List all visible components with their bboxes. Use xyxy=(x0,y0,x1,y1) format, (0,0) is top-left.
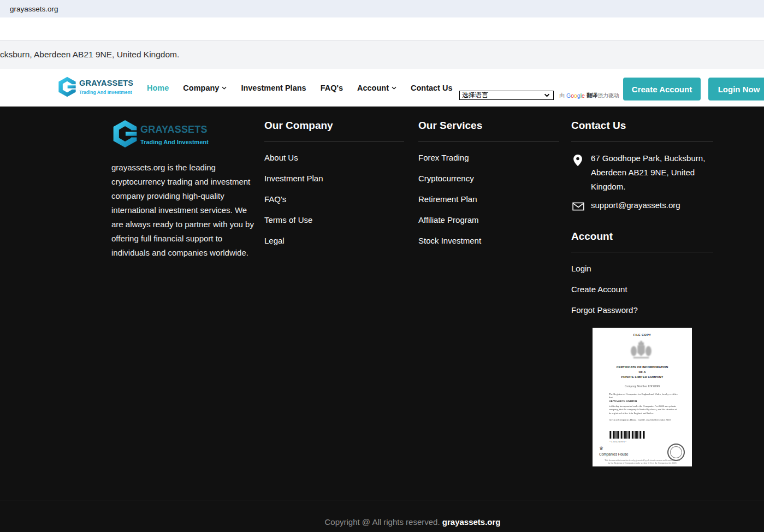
brand-name: GRAYASSETS xyxy=(79,79,133,87)
certificate-fine-print: This document information is only genera… xyxy=(593,459,692,464)
footer-link-legal[interactable]: Legal xyxy=(264,237,404,245)
domain-label: grayassets.org xyxy=(10,5,58,13)
footer-company-title: Our Company xyxy=(264,120,404,132)
google-translate-attribution: 由 Google 翻译强力驱动 xyxy=(559,91,619,100)
create-account-button[interactable]: Create Account xyxy=(623,78,701,101)
address-strip-text: cksburn, Aberdeen AB21 9NE, United Kingd… xyxy=(0,50,179,60)
nav-item-faqs[interactable]: FAQ's xyxy=(321,84,343,92)
footer-link-about-us[interactable]: About Us xyxy=(264,153,404,162)
certificate-barcode-label: *129320991* xyxy=(609,440,627,443)
footer-link-cryptocurrency[interactable]: Cryptocurrency xyxy=(418,174,559,182)
certificate-company-number: Company Number 12932099 xyxy=(593,385,692,388)
translate-by-label: 由 xyxy=(559,92,565,99)
email-icon xyxy=(572,202,584,213)
divider xyxy=(571,141,713,141)
footer-address: 67 Goodhope Park, Bucksburn, Aberdeen AB… xyxy=(591,151,706,194)
certificate-para3: Given at Companies House, Cardiff, on 25… xyxy=(609,418,679,422)
select-chevron-icon xyxy=(544,93,550,97)
footer-link-retirement-plan[interactable]: Retirement Plan xyxy=(418,195,559,203)
certificate-barcode xyxy=(609,431,645,439)
nav-menu: Home Company Investment Plans FAQ's Acco… xyxy=(147,69,453,107)
main-navbar: GRAYASSETS Trading And Investment Home C… xyxy=(0,69,764,107)
footer-link-login[interactable]: Login xyxy=(571,264,713,273)
copyright-text: Copyright @ All rights reserved. xyxy=(324,517,440,527)
certificate-title-line1: CERTIFICATE OF INCORPORATION xyxy=(593,365,692,370)
location-pin-icon xyxy=(573,155,582,168)
nav-item-account[interactable]: Account xyxy=(357,84,396,92)
powered-word: 强力驱动 xyxy=(597,92,619,98)
certificate-title-line2: OF A xyxy=(593,370,692,375)
language-select[interactable]: 选择语言 xyxy=(459,91,554,100)
footer-link-create-account[interactable]: Create Account xyxy=(571,285,713,293)
footer-link-terms-of-use[interactable]: Terms of Use xyxy=(264,216,404,224)
hexagon-g-logo-icon xyxy=(112,120,138,148)
footer: GRAYASSETS Trading And Investment grayas… xyxy=(0,107,764,532)
nav-item-home[interactable]: Home xyxy=(147,84,169,92)
chevron-down-icon xyxy=(222,86,227,90)
footer-contact-title: Contact Us xyxy=(571,120,713,132)
certificate-file-copy-label: FILE COPY xyxy=(593,333,692,336)
footer-services-title: Our Services xyxy=(418,120,559,132)
nav-item-investment-plans[interactable]: Investment Plans xyxy=(241,84,306,92)
companies-house-logo: ♛ Companies House xyxy=(599,446,628,456)
hexagon-g-logo-icon xyxy=(58,76,76,98)
certificate-para2: is this day incorporated under the Compa… xyxy=(609,405,679,415)
footer-column-account: Account Login Create Account Forgot Pass… xyxy=(571,230,713,314)
google-letter: G xyxy=(566,92,571,99)
google-logo[interactable]: Google xyxy=(566,92,585,99)
language-select-value: 选择语言 xyxy=(462,91,488,100)
crown-icon: ♛ xyxy=(599,446,628,451)
divider xyxy=(264,141,404,141)
companies-house-label: Companies House xyxy=(599,452,628,456)
incorporation-certificate-image: FILE COPY CERTIFICATE OF INCORPORATION O… xyxy=(593,328,692,466)
footer-brand-logo[interactable]: GRAYASSETS Trading And Investment xyxy=(112,120,209,148)
translate-word: 翻译 xyxy=(587,92,597,98)
browser-domain-bar: grayassets.org xyxy=(0,0,764,17)
footer-email[interactable]: support@grayassets.org xyxy=(591,200,680,210)
copyright-divider xyxy=(0,500,764,500)
divider xyxy=(571,252,713,252)
certificate-company-name: GRAYASSETS LIMITED xyxy=(609,400,637,403)
footer-link-investment-plan[interactable]: Investment Plan xyxy=(264,174,404,182)
brand-tagline: Trading And Investment xyxy=(79,90,133,95)
footer-link-forex-trading[interactable]: Forex Trading xyxy=(418,153,559,162)
chevron-down-icon xyxy=(392,86,396,90)
royal-coat-of-arms xyxy=(630,340,653,360)
footer-link-stock-investment[interactable]: Stock Investment xyxy=(418,237,559,245)
footer-column-company: Our Company About Us Investment Plan FAQ… xyxy=(264,120,404,245)
footer-account-title: Account xyxy=(571,230,713,243)
nav-item-contact-us[interactable]: Contact Us xyxy=(411,84,453,92)
footer-link-faqs[interactable]: FAQ's xyxy=(264,195,404,203)
footer-brand-name: GRAYASSETS xyxy=(140,124,209,135)
address-strip: cksburn, Aberdeen AB21 9NE, United Kingd… xyxy=(0,40,764,69)
footer-link-affiliate-program[interactable]: Affiliate Program xyxy=(418,216,559,224)
footer-brand-tagline: Trading And Investment xyxy=(140,139,209,145)
footer-column-contact: Contact Us xyxy=(571,120,713,141)
divider xyxy=(418,141,559,141)
brand-logo[interactable]: GRAYASSETS Trading And Investment xyxy=(58,76,133,98)
footer-link-forgot-password[interactable]: Forgot Password? xyxy=(571,306,713,314)
google-letter: e xyxy=(582,92,585,99)
footer-column-services: Our Services Forex Trading Cryptocurrenc… xyxy=(418,120,559,245)
footer-description: grayassets.org is the leading cryptocurr… xyxy=(111,161,268,260)
nav-item-company[interactable]: Company xyxy=(183,84,227,92)
copyright-brand: grayassets.org xyxy=(442,517,501,527)
translate-powered-text: 翻译强力驱动 xyxy=(587,92,619,99)
certificate-para1: The Registrar of Companies for England a… xyxy=(609,393,678,399)
copyright-bar: Copyright @ All rights reserved. grayass… xyxy=(112,517,713,527)
login-now-button[interactable]: Login Now xyxy=(708,78,764,101)
certificate-title-line3: PRIVATE LIMITED COMPANY xyxy=(593,375,692,380)
